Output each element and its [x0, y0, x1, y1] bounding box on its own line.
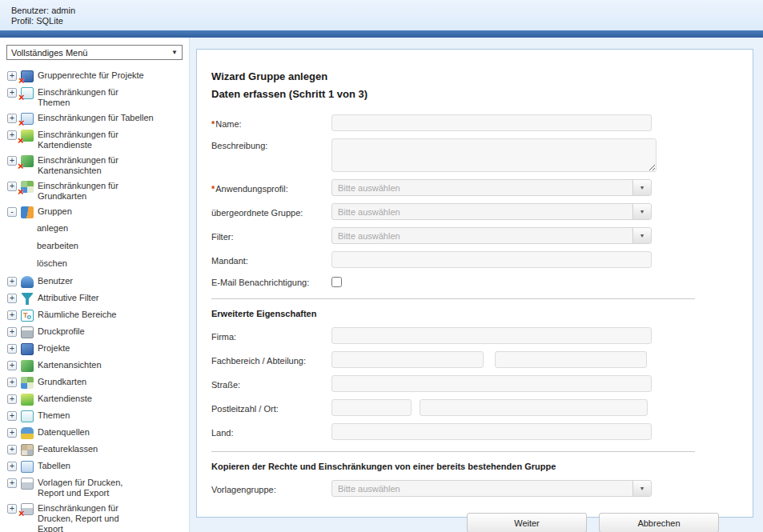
collapse-icon[interactable]: - [7, 207, 17, 217]
filter-select[interactable]: Bitte auswählen ▼ [331, 227, 652, 244]
sidebar-item-gruppenrechte-fuer-projekte[interactable]: + Gruppenrechte für Projekte [7, 70, 189, 82]
weiter-button[interactable]: Weiter [467, 513, 587, 532]
sidebar-item-gruppen-loeschen[interactable]: löschen [7, 258, 189, 268]
sidebar-item-featureklassen[interactable]: + Featureklassen [7, 443, 189, 456]
sidebar-item-einschraenkungen-grundkarten[interactable]: + Einschränkungen für Grundkarten [7, 180, 189, 202]
expand-icon[interactable]: + [7, 378, 17, 387]
featureclasses-icon [21, 444, 34, 456]
chevron-down-icon[interactable]: ▼ [632, 481, 651, 496]
sidebar-item-vorlagen-drucken[interactable]: + Vorlagen für Drucken, Report und Expor… [7, 477, 189, 498]
expand-icon[interactable]: + [7, 462, 17, 471]
uebergeordnete-gruppe-select[interactable]: Bitte auswählen ▼ [331, 203, 652, 220]
email-notification-checkbox[interactable] [331, 277, 342, 287]
sidebar-item-gruppen[interactable]: - Gruppen [7, 206, 189, 218]
sidebar-item-einschraenkungen-kartenansichten[interactable]: + Einschränkungen für Kartenansichten [7, 154, 189, 176]
sidebar-item-projekte[interactable]: + Projekte [7, 342, 189, 355]
chevron-down-icon[interactable]: ▼ [632, 180, 651, 195]
firma-label: Firma: [211, 330, 331, 342]
sidebar-item-label: Gruppenrechte für Projekte [38, 70, 144, 80]
wizard-panel: Wizard Gruppe anlegen Daten erfassen (Sc… [196, 49, 753, 518]
sidebar-item-benutzer[interactable]: + Benutzer [7, 275, 189, 288]
expand-icon[interactable]: + [7, 394, 17, 404]
mapservices-restriction-icon [21, 130, 34, 142]
sidebar-item-druckprofile[interactable]: + Druckprofile [7, 326, 189, 338]
land-input[interactable] [331, 423, 652, 440]
sidebar-item-tabellen[interactable]: + Tabellen [7, 460, 189, 473]
printer-icon [21, 326, 34, 338]
expand-icon[interactable]: + [7, 71, 17, 81]
expand-icon[interactable]: + [7, 182, 17, 191]
themes-restriction-icon [21, 87, 34, 99]
expand-icon[interactable]: + [7, 156, 17, 166]
sidebar-item-grundkarten[interactable]: + Grundkarten [7, 376, 189, 389]
abteilung-input[interactable] [495, 351, 647, 368]
mandant-input[interactable] [331, 251, 652, 268]
user-label: Benutzer: admin [11, 6, 763, 16]
sidebar-item-label: Grundkarten [38, 376, 86, 386]
chevron-down-icon[interactable]: ▼ [632, 228, 651, 243]
strasse-input[interactable] [331, 375, 652, 392]
abbrechen-button[interactable]: Abbrechen [599, 513, 719, 532]
expand-icon[interactable]: + [7, 310, 17, 320]
group-project-rights-icon [21, 70, 34, 82]
expand-icon[interactable]: + [7, 114, 17, 123]
sidebar-item-label: Gruppen [38, 206, 72, 216]
anwendungsprofil-select[interactable]: Bitte auswählen ▼ [331, 179, 652, 196]
selected-value: Bitte auswählen [338, 231, 400, 241]
sidebar-item-einschraenkungen-tabellen[interactable]: + Einschränkungen für Tabellen [7, 112, 189, 125]
sidebar-item-attributive-filter[interactable]: + Attributive Filter [7, 292, 189, 305]
expand-icon[interactable]: + [7, 294, 17, 303]
mapviews-icon [21, 360, 34, 372]
sidebar-item-kartendienste[interactable]: + Kartendienste [7, 393, 189, 406]
expand-icon[interactable]: + [7, 411, 17, 421]
tables-icon [21, 461, 34, 473]
beschreibung-textarea[interactable] [331, 138, 657, 172]
sidebar-item-themen[interactable]: + Themen [7, 410, 189, 422]
sidebar-item-label: Benutzer [38, 275, 73, 286]
top-header: Benutzer: admin Profil: SQLite [0, 0, 763, 30]
chevron-down-icon[interactable]: ▼ [632, 204, 651, 219]
user-icon [21, 276, 34, 288]
postleitzahl-ort-label: Postleitzahl / Ort: [211, 402, 331, 414]
land-label: Land: [211, 426, 331, 438]
sidebar-item-einschraenkungen-drucken[interactable]: + Einschränkungen für Drucken, Report un… [7, 502, 189, 532]
required-marker: * [211, 119, 215, 129]
fachbereich-input[interactable] [331, 351, 484, 368]
firma-input[interactable] [331, 327, 652, 344]
datasources-icon [21, 427, 34, 439]
expand-icon[interactable]: + [7, 428, 17, 438]
sidebar-item-einschraenkungen-kartendienste[interactable]: + Einschränkungen für Kartendienste [7, 129, 189, 150]
sidebar-item-raeumliche-bereiche[interactable]: + Räumliche Bereiche [7, 309, 189, 322]
sidebar-item-label: Kartendienste [38, 393, 92, 403]
menu-dropdown[interactable]: Vollständiges Menü ▼ [6, 45, 183, 60]
postleitzahl-input[interactable] [331, 399, 412, 416]
expand-icon[interactable]: + [7, 445, 17, 454]
expand-icon[interactable]: + [7, 344, 17, 354]
ort-input[interactable] [420, 399, 648, 416]
sidebar-item-gruppen-bearbeiten[interactable]: bearbeiten [7, 240, 189, 250]
mapservices-icon [21, 394, 34, 406]
sidebar: Vollständiges Menü ▼ + Gruppenrechte für… [0, 38, 190, 532]
themes-icon [21, 410, 34, 422]
anwendungsprofil-label: *Anwendungsprofil: [211, 182, 331, 194]
selected-value: Bitte auswählen [338, 207, 400, 217]
mandant-label: Mandant: [211, 254, 331, 266]
sidebar-item-label: Druckprofile [38, 326, 85, 336]
expand-icon[interactable]: + [7, 504, 17, 514]
vorlagengruppe-select[interactable]: Bitte auswählen ▼ [331, 480, 652, 497]
sidebar-item-einschraenkungen-themen[interactable]: + Einschränkungen für Themen [7, 86, 189, 108]
mapviews-restriction-icon [21, 155, 34, 167]
sidebar-item-datenquellen[interactable]: + Datenquellen [7, 426, 189, 439]
sidebar-item-label: Einschränkungen für Themen [38, 86, 127, 108]
name-input[interactable] [331, 114, 652, 131]
selected-value: Bitte auswählen [338, 183, 400, 193]
expand-icon[interactable]: + [7, 478, 17, 488]
expand-icon[interactable]: + [7, 361, 17, 370]
expand-icon[interactable]: + [7, 130, 17, 140]
sidebar-item-kartenansichten[interactable]: + Kartenansichten [7, 359, 189, 372]
expand-icon[interactable]: + [7, 277, 17, 286]
expand-icon[interactable]: + [7, 327, 17, 337]
expand-icon[interactable]: + [7, 88, 17, 98]
name-label: *Name: [211, 117, 331, 129]
sidebar-item-gruppen-anlegen[interactable]: anlegen [7, 222, 189, 233]
